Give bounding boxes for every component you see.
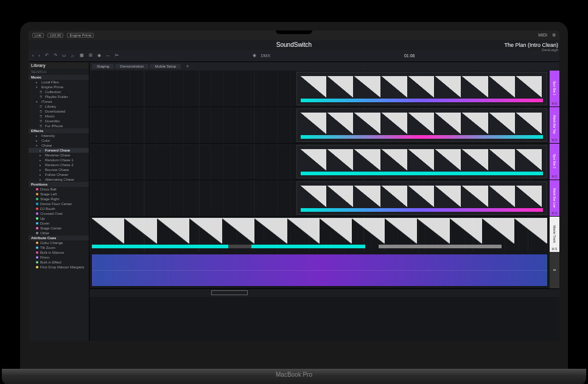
disclosure-icon[interactable]: ▸ — [40, 168, 43, 172]
sidebar-item[interactable]: ▸Reverse Chase — [29, 153, 89, 158]
loop-region[interactable] — [211, 290, 248, 295]
search-icon[interactable]: ⌕ — [71, 54, 74, 58]
sidebar-item[interactable]: Crossed Over — [29, 211, 89, 216]
sidebar-item[interactable]: Up — [29, 216, 89, 221]
sidebar-item[interactable]: ▾Chase — [29, 143, 89, 148]
sidebar-item[interactable]: ▸Color — [29, 138, 89, 143]
clip[interactable] — [296, 72, 547, 105]
engine-badge[interactable]: Engine Prime — [67, 33, 94, 38]
tab-staging[interactable]: Staging — [92, 64, 114, 69]
sidebar-item[interactable]: ▸Forward Chase — [29, 148, 89, 153]
undo-icon[interactable]: ↶ — [45, 53, 49, 58]
mute-solo[interactable]: M S — [550, 175, 559, 178]
sidebar-search[interactable]: SEARCH — [29, 69, 89, 75]
document-icon[interactable]: ▭ — [62, 53, 66, 58]
track-strip-master[interactable]: Master TrackM S — [550, 217, 559, 252]
clip[interactable] — [296, 145, 547, 178]
mute-solo[interactable]: M S — [550, 138, 559, 142]
disclosure-icon[interactable]: ☰ — [40, 124, 43, 128]
sidebar-item[interactable]: Stage Left — [29, 192, 89, 197]
sidebar-item[interactable]: First Drop Maison Margiela — [29, 265, 89, 270]
sidebar-item[interactable]: ☰Playlist Folder — [29, 94, 89, 99]
track-strip[interactable]: Wash Bar TopM S — [550, 107, 559, 143]
disclosure-icon[interactable]: ☰ — [40, 114, 43, 118]
marker-icon[interactable]: ⊢ — [115, 53, 119, 58]
mute-solo[interactable]: M S — [550, 211, 559, 215]
track-row[interactable]: Spot Bar 1M S — [89, 71, 559, 107]
sidebar-item[interactable]: ☰For iPhone — [29, 124, 89, 128]
disclosure-icon[interactable]: ☰ — [40, 119, 43, 123]
track-area[interactable]: Spot Bar 1M S Wash Bar TopM S — [89, 71, 559, 341]
eye-icon[interactable]: ◉ — [253, 53, 256, 58]
track-strip[interactable]: Spot Bar 1M S — [550, 71, 559, 106]
sidebar-item[interactable]: ▸Random Chase 1 — [29, 158, 89, 162]
sidebar-item[interactable]: ▾Engine Prime — [29, 85, 89, 89]
snap-icon[interactable]: ⊞ — [89, 53, 93, 58]
forward-icon[interactable]: › — [38, 54, 40, 58]
sidebar-item[interactable]: Gobo Change — [29, 240, 89, 245]
master-envelope[interactable] — [92, 218, 547, 243]
sidebar-item[interactable]: ▸Intensity — [29, 133, 89, 138]
sidebar-item[interactable]: ▸Alternating Chase — [29, 177, 89, 182]
sidebar-item[interactable]: ☰Downlibs — [29, 119, 89, 124]
midi-label[interactable]: MIDI — [538, 33, 547, 37]
track-strip[interactable]: Spot Bar 2M S — [550, 144, 559, 180]
disclosure-icon[interactable]: ▾ — [36, 100, 40, 103]
audio-waveform-track[interactable]: S — [89, 252, 559, 288]
loop-icon[interactable]: ↔ — [106, 54, 110, 58]
mute-solo[interactable]: M S — [550, 102, 559, 105]
clip[interactable] — [296, 108, 547, 142]
disclosure-icon[interactable]: ☰ — [40, 90, 43, 94]
sidebar-item[interactable]: Tilt Zoom — [29, 245, 89, 250]
disclosure-icon[interactable]: ▸ — [40, 178, 43, 181]
disclosure-icon[interactable]: ▾ — [36, 85, 40, 89]
waveform-strip[interactable]: S — [550, 252, 559, 288]
disclosure-icon[interactable]: ☰ — [40, 105, 43, 108]
sidebar-item[interactable]: Built in Effect — [29, 260, 89, 265]
grid-icon[interactable]: ▦ — [80, 53, 84, 58]
sidebar-item[interactable]: ▸Local Files — [29, 80, 89, 85]
sidebar-item[interactable]: ☰Music — [29, 114, 89, 119]
track-row[interactable]: Wash Bar TopM S — [89, 107, 559, 144]
sidebar-item[interactable]: DJ Booth — [29, 206, 89, 211]
tab-mobile-setup[interactable]: Mobile Setup — [150, 64, 181, 69]
tab-demonstration[interactable]: Demonstration — [115, 64, 149, 69]
disclosure-icon[interactable]: ▸ — [36, 134, 40, 138]
disclosure-icon[interactable]: ▸ — [40, 163, 43, 167]
track-row[interactable]: Wash Bar LowM S — [89, 180, 559, 217]
disclosure-icon[interactable]: ▸ — [40, 158, 43, 162]
mute-solo[interactable]: M S — [550, 247, 559, 251]
redo-icon[interactable]: ↷ — [54, 53, 57, 58]
clip[interactable] — [296, 181, 547, 215]
disclosure-icon[interactable]: ▸ — [40, 153, 43, 157]
track-row[interactable]: Spot Bar 2M S — [89, 144, 559, 180]
sidebar-item[interactable]: ▾iTunes — [29, 99, 89, 104]
sidebar-item[interactable]: ▸Follow Chaser — [29, 172, 89, 177]
sidebar-item[interactable]: Dance Floor Center — [29, 201, 89, 206]
disclosure-icon[interactable]: ▸ — [40, 148, 43, 152]
link-badge[interactable]: Link — [32, 33, 44, 38]
sidebar-item[interactable]: Prism — [29, 255, 89, 260]
dmx-label[interactable]: DMX — [261, 54, 271, 58]
sidebar-item[interactable]: ▸Bounce Chase — [29, 167, 89, 172]
sidebar-item[interactable]: Built in Macros — [29, 250, 89, 255]
sidebar-item[interactable]: Disco Ball — [29, 187, 89, 192]
disclosure-icon[interactable]: ☰ — [40, 95, 43, 99]
disclosure-icon[interactable]: ▸ — [36, 80, 40, 84]
sidebar-item[interactable]: ▸Random Chase 2 — [29, 162, 89, 167]
sidebar-item[interactable]: Down — [29, 221, 89, 226]
disclosure-icon[interactable]: ☰ — [40, 110, 43, 113]
sidebar-item[interactable]: Stage Right — [29, 197, 89, 201]
tab-add-button[interactable]: + — [182, 63, 192, 69]
timeline-ruler[interactable] — [89, 288, 559, 297]
disclosure-icon[interactable]: ▸ — [40, 173, 43, 176]
sidebar-item[interactable]: Other — [29, 231, 89, 236]
disclosure-icon[interactable]: ▾ — [36, 144, 40, 147]
track-strip[interactable]: Wash Bar LowM S — [550, 180, 559, 216]
master-track[interactable]: Master TrackM S — [89, 217, 559, 252]
sidebar-item[interactable]: ☰Downloaded — [29, 109, 89, 114]
sidebar-item[interactable]: Stage Center — [29, 226, 89, 231]
tempo-badge[interactable]: 120.00 — [47, 33, 63, 38]
settings-gear-icon[interactable]: ⚙ — [552, 33, 556, 38]
sidebar-item[interactable]: ☰Collection — [29, 89, 89, 94]
